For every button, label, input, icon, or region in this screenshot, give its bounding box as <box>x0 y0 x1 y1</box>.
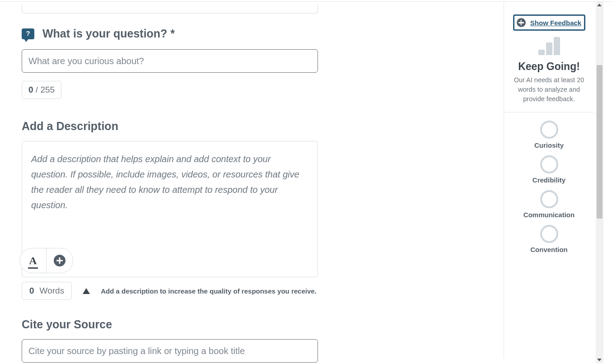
question-char-counter: 0 / 255 <box>22 81 61 99</box>
scroll-up-icon[interactable] <box>597 4 602 6</box>
insert-media-button[interactable] <box>47 248 73 273</box>
question-input[interactable] <box>22 49 318 73</box>
sidebar-divider <box>504 112 594 112</box>
char-count-value: 0 <box>28 85 33 95</box>
plus-circle-icon <box>54 255 65 266</box>
metric-credibility: Credibility <box>504 155 594 184</box>
main-form: ? What is your question? * 0 / 255 Add a… <box>22 5 318 363</box>
question-mark-glyph: ? <box>22 29 34 37</box>
previous-field-edge <box>22 5 318 14</box>
metric-label: Communication <box>504 211 594 219</box>
keep-going-heading: Keep Going! <box>504 61 594 73</box>
metric-label: Convention <box>504 246 594 253</box>
metric-circle-icon <box>540 190 558 208</box>
vertical-scrollbar[interactable] <box>596 2 603 363</box>
show-feedback-label: Show Feedback <box>530 19 581 27</box>
progress-bars-icon <box>504 35 594 55</box>
format-text-button[interactable]: A <box>20 248 46 273</box>
question-heading-row: ? What is your question? * <box>22 27 318 40</box>
metric-label: Curiosity <box>504 141 594 149</box>
feedback-sidebar: Show Feedback Keep Going! Our AI needs a… <box>504 2 594 359</box>
metric-curiosity: Curiosity <box>504 121 594 149</box>
description-editor[interactable]: Add a description that helps explain and… <box>22 141 318 277</box>
char-count-limit: / 255 <box>36 85 55 95</box>
metric-label: Credibility <box>504 176 594 184</box>
question-heading: What is your question? * <box>42 27 175 40</box>
word-count-value: 0 <box>29 286 34 296</box>
text-format-icon: A <box>29 255 37 267</box>
description-heading: Add a Description <box>22 120 318 133</box>
description-placeholder: Add a description that helps explain and… <box>22 141 318 223</box>
plus-circle-icon <box>517 18 526 27</box>
word-count-label: Words <box>40 286 65 296</box>
source-input[interactable] <box>22 339 318 363</box>
description-hint: Add a description to increase the qualit… <box>101 287 317 295</box>
metric-communication: Communication <box>504 190 594 219</box>
scroll-down-icon[interactable] <box>597 359 602 361</box>
scroll-thumb[interactable] <box>597 65 603 219</box>
show-feedback-button[interactable]: Show Feedback <box>513 14 585 31</box>
metric-circle-icon <box>540 225 558 243</box>
warning-triangle-icon <box>83 288 90 294</box>
keep-going-subtext: Our AI needs at least 20 words to analyz… <box>504 73 594 104</box>
metric-circle-icon <box>540 121 558 139</box>
metric-convention: Convention <box>504 225 594 253</box>
editor-toolbar: A <box>19 248 73 273</box>
word-count-box: 0 Words <box>22 282 72 300</box>
question-bubble-icon: ? <box>22 28 34 39</box>
description-footer-row: 0 Words Add a description to increase th… <box>22 282 318 300</box>
metric-circle-icon <box>540 155 558 173</box>
source-heading: Cite your Source <box>22 318 318 331</box>
